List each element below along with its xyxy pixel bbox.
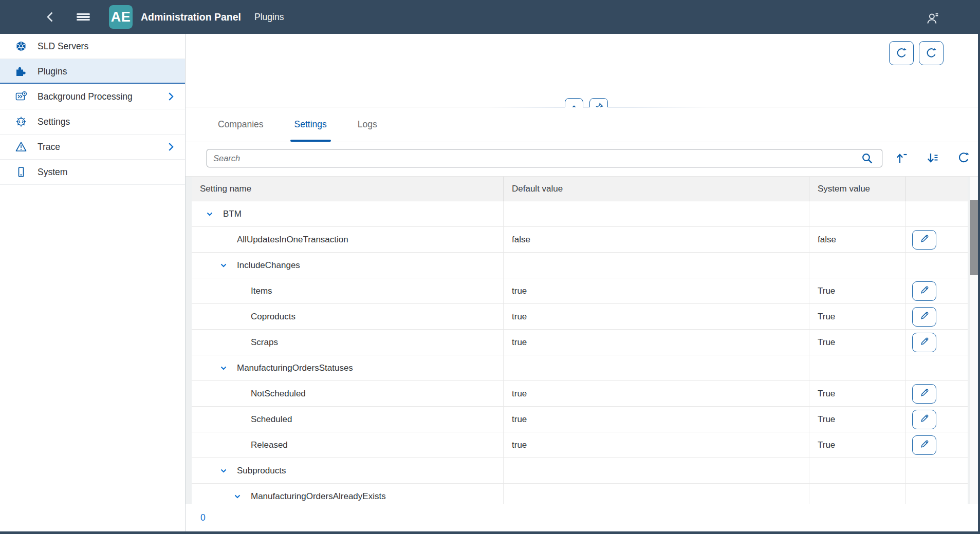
setting-name-cell: ManufacturingOrdersStatuses <box>192 355 504 380</box>
refresh-table-button[interactable] <box>956 151 971 165</box>
setting-name: Scheduled <box>251 414 292 425</box>
sort-ascending-button[interactable] <box>895 151 909 165</box>
vertical-scrollbar[interactable] <box>970 177 978 531</box>
sidebar-item-plugins[interactable]: Plugins <box>0 59 185 84</box>
system-value-cell <box>809 458 906 483</box>
chevron-right-icon <box>165 141 176 152</box>
actions-cell <box>906 458 968 483</box>
scrollbar-thumb[interactable] <box>970 200 978 275</box>
synchronize-button[interactable] <box>919 41 944 65</box>
settings-table: Setting name Default value System value … <box>192 177 968 504</box>
edit-setting-button[interactable] <box>912 410 936 429</box>
system-value-cell: True <box>809 381 906 406</box>
table-row-released[interactable]: ReleasedtrueTrue <box>192 432 968 458</box>
setting-name: ManufacturingOrdersStatuses <box>237 363 353 373</box>
app-title: Administration Panel <box>141 11 241 23</box>
chevron-down-icon[interactable] <box>206 210 214 218</box>
sidebar-item-label: Plugins <box>38 66 67 77</box>
table-row-items[interactable]: ItemstrueTrue <box>192 278 968 304</box>
table-row-btm[interactable]: BTM <box>192 201 968 227</box>
table-row-allupdatesinonetransaction[interactable]: AllUpdatesInOneTransactionfalsefalse <box>192 227 968 253</box>
trace-icon <box>15 141 27 153</box>
tab-label: Settings <box>294 119 327 130</box>
actions-cell <box>906 407 968 432</box>
page-title: Plugins <box>254 12 284 23</box>
setting-name-cell: IncludeChanges <box>192 253 504 278</box>
tab-companies[interactable]: Companies <box>214 107 268 142</box>
sidebar-item-label: Settings <box>38 117 70 127</box>
default-value-cell: true <box>504 304 809 329</box>
table-row-coproducts[interactable]: CoproductstrueTrue <box>192 304 968 330</box>
pencil-icon <box>919 439 930 451</box>
tab-settings[interactable]: Settings <box>290 107 331 142</box>
default-value-cell: true <box>504 381 809 406</box>
back-button[interactable] <box>40 7 61 27</box>
pencil-icon <box>919 413 930 425</box>
system-value-cell <box>809 253 906 278</box>
refresh-button[interactable] <box>889 41 914 65</box>
table-row-includechanges[interactable]: IncludeChanges <box>192 253 968 278</box>
setting-name: Released <box>251 440 288 450</box>
setting-name-cell: Subproducts <box>192 458 504 483</box>
table-row-notscheduled[interactable]: NotScheduledtrueTrue <box>192 381 968 407</box>
default-value-cell <box>504 355 809 380</box>
default-value-cell: true <box>504 407 809 432</box>
edit-setting-button[interactable] <box>912 281 936 301</box>
table-row-scheduled[interactable]: ScheduledtrueTrue <box>192 407 968 432</box>
sidebar-item-trace[interactable]: Trace <box>0 135 185 160</box>
sort-descending-icon <box>926 151 940 165</box>
refresh-icon <box>895 47 908 60</box>
chevron-down-icon[interactable] <box>219 364 228 372</box>
tab-label: Logs <box>358 119 377 130</box>
sidebar-item-settings[interactable]: Settings <box>0 109 185 135</box>
chevron-down-icon[interactable] <box>219 261 228 270</box>
table-toolbar <box>186 142 978 177</box>
table-row-subproducts[interactable]: Subproducts <box>192 458 968 484</box>
table-body: BTMAllUpdatesInOneTransactionfalsefalseI… <box>192 201 968 504</box>
system-value-cell <box>809 484 906 504</box>
chevron-down-icon[interactable] <box>233 492 242 501</box>
actions-cell <box>906 304 968 329</box>
default-value-cell: true <box>504 278 809 303</box>
edit-setting-button[interactable] <box>912 230 936 250</box>
table-row-scraps[interactable]: ScrapstrueTrue <box>192 330 968 355</box>
sidebar-nav: SLD ServersPluginsBackground ProcessingS… <box>0 34 186 534</box>
column-header-setting-name: Setting name <box>192 177 504 201</box>
edit-setting-button[interactable] <box>912 333 936 352</box>
system-value-cell: True <box>809 407 906 432</box>
default-value-cell <box>504 484 809 504</box>
app-logo[interactable]: AE <box>109 5 133 29</box>
chevron-down-icon[interactable] <box>219 467 228 475</box>
edit-setting-button[interactable] <box>912 307 936 327</box>
window-border-right <box>978 0 980 534</box>
sidebar-item-system[interactable]: System <box>0 160 185 185</box>
edit-setting-button[interactable] <box>912 384 936 404</box>
actions-cell <box>906 355 968 380</box>
menu-button[interactable] <box>73 7 94 27</box>
default-value-cell <box>504 253 809 278</box>
default-value-cell: true <box>504 432 809 457</box>
search-input[interactable] <box>207 149 882 167</box>
account-icon <box>926 11 940 26</box>
sidebar-item-label: Trace <box>38 142 60 152</box>
table-header-row: Setting name Default value System value <box>192 177 968 201</box>
refresh-icon <box>924 47 938 60</box>
search-button[interactable] <box>860 151 875 166</box>
column-header-system-value: System value <box>809 177 906 201</box>
default-value-cell: false <box>504 227 809 252</box>
actions-cell <box>906 432 968 457</box>
actions-cell <box>906 484 968 504</box>
table-row-manufacturingordersalreadyexists[interactable]: ManufacturingOrdersAlreadyExists <box>192 484 968 504</box>
table-row-manufacturingordersstatuses[interactable]: ManufacturingOrdersStatuses <box>192 355 968 381</box>
setting-name-cell: ManufacturingOrdersAlreadyExists <box>192 484 504 504</box>
sort-descending-button[interactable] <box>926 151 940 165</box>
sidebar-item-sld-servers[interactable]: SLD Servers <box>0 34 185 59</box>
edit-setting-button[interactable] <box>912 435 936 455</box>
sidebar-item-background-processing[interactable]: Background Processing <box>0 84 185 109</box>
setting-name-cell: Scraps <box>192 330 504 355</box>
system-value-cell <box>809 201 906 226</box>
tab-logs[interactable]: Logs <box>354 107 381 142</box>
account-button[interactable] <box>922 8 943 29</box>
selected-count-link[interactable]: 0 <box>200 512 206 523</box>
system-value-cell: True <box>809 330 906 355</box>
